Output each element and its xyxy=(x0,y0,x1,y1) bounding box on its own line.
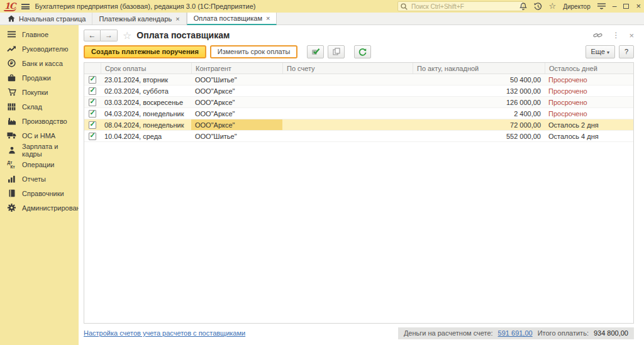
due-date-cell[interactable]: 08.04.2024, понедельник xyxy=(101,119,191,130)
invoice-cell[interactable] xyxy=(282,85,413,96)
amount-cell[interactable]: 50 400,00 xyxy=(413,74,545,85)
amount-cell[interactable]: 552 000,00 xyxy=(413,131,545,141)
set-flags-button[interactable] xyxy=(307,45,324,58)
contractor-cell[interactable]: ООО"Арксе" xyxy=(191,97,282,107)
table-row[interactable]: 08.04.2024, понедельникООО"Арксе"72 000,… xyxy=(84,119,633,131)
total-to-pay-label: Итого оплатить: xyxy=(538,329,589,337)
column-header-contractor[interactable]: Контрагент xyxy=(191,63,282,74)
invoice-cell[interactable] xyxy=(282,97,413,107)
sidebar-item-reports[interactable]: Отчеты xyxy=(0,172,79,186)
days-left-cell[interactable]: Просрочено xyxy=(545,74,633,85)
due-date-cell[interactable]: 10.04.2024, среда xyxy=(101,131,191,141)
row-checkbox[interactable] xyxy=(89,99,96,106)
tab-close-icon[interactable]: × xyxy=(175,16,179,22)
sidebar-item-operations[interactable]: ДтКтОперации xyxy=(0,157,79,172)
refresh-button[interactable] xyxy=(354,45,371,58)
functions-menu-icon[interactable] xyxy=(597,3,606,9)
tab-suppliers-payment[interactable]: Оплата поставщикам× xyxy=(187,13,277,25)
invoice-cell[interactable] xyxy=(282,108,413,119)
notifications-bell-icon[interactable] xyxy=(519,3,527,11)
amount-cell[interactable]: 132 000,00 xyxy=(413,85,545,96)
table-row[interactable]: 23.01.2024, вторникООО"Шитье"50 400,00Пр… xyxy=(84,74,633,85)
sidebar-item-main[interactable]: Главное xyxy=(0,27,79,41)
change-due-date-button[interactable]: Изменить срок оплаты xyxy=(210,45,298,58)
sidebar-item-directories[interactable]: Справочники xyxy=(0,186,79,200)
more-menu-dots-icon[interactable]: ⋮ xyxy=(612,31,619,40)
history-icon[interactable] xyxy=(534,3,542,11)
accounts-settings-link[interactable]: Настройка счетов учета расчетов с постав… xyxy=(84,329,245,337)
sidebar-item-salary[interactable]: Зарплата и кадры xyxy=(0,143,79,157)
amount-cell[interactable]: 126 000,00 xyxy=(413,97,545,107)
column-header-due[interactable]: Срок оплаты xyxy=(101,63,191,74)
table-row[interactable]: 03.03.2024, воскресеньеООО"Арксе"126 000… xyxy=(84,97,633,108)
column-header-invoice[interactable]: По счету xyxy=(282,63,413,74)
sidebar-item-assets[interactable]: ОС и НМА xyxy=(0,128,79,143)
help-button[interactable]: ? xyxy=(619,45,634,58)
due-date-cell[interactable]: 23.01.2024, вторник xyxy=(101,74,191,85)
get-link-icon[interactable] xyxy=(593,31,602,39)
contractor-cell[interactable]: ООО"Шитье" xyxy=(191,74,282,85)
add-to-favorites-star-icon[interactable]: ☆ xyxy=(123,30,131,41)
tab-home[interactable]: Начальная страница xyxy=(1,13,92,25)
row-checkbox[interactable] xyxy=(89,76,96,84)
window-restore-icon[interactable] xyxy=(623,4,629,9)
days-left-cell[interactable]: Просрочено xyxy=(545,97,633,107)
due-date-cell[interactable]: 03.03.2024, воскресенье xyxy=(101,97,191,107)
row-checkbox[interactable] xyxy=(89,121,96,129)
money-on-account-value[interactable]: 591 691,00 xyxy=(498,329,533,337)
sidebar-item-production[interactable]: Производство xyxy=(0,114,79,128)
column-header-days[interactable]: Осталось дней xyxy=(545,63,633,74)
row-checkbox[interactable] xyxy=(89,87,96,95)
sidebar-item-warehouse[interactable]: Склад xyxy=(0,99,79,114)
table-row[interactable]: 04.03.2024, понедельникООО"Арксе"2 400,0… xyxy=(84,108,633,119)
table-row[interactable]: 02.03.2024, субботаООО"Арксе"132 000,00П… xyxy=(84,85,633,97)
tab-payment-calendar[interactable]: Платежный календарь× xyxy=(92,13,186,25)
sidebar-item-label: Производство xyxy=(22,118,67,125)
sidebar-item-bank[interactable]: ₽Банк и касса xyxy=(0,56,79,70)
invoice-cell[interactable] xyxy=(282,74,413,85)
invoice-cell[interactable] xyxy=(282,131,413,141)
days-left-cell[interactable]: Просрочено xyxy=(545,85,633,96)
create-payment-orders-button[interactable]: Создать платежные поручения xyxy=(84,45,206,58)
sidebar-item-label: Операции xyxy=(22,161,54,168)
app-title: Бухгалтерия предприятия (базовая), редак… xyxy=(35,3,255,10)
tab-close-icon[interactable]: × xyxy=(266,15,270,21)
form-close-icon[interactable]: × xyxy=(629,31,634,40)
window-minimize-icon[interactable]: – xyxy=(613,4,617,9)
invoice-cell[interactable] xyxy=(282,119,413,130)
row-checkbox-cell xyxy=(84,108,101,119)
home-icon xyxy=(8,14,15,23)
sidebar-item-sales[interactable]: Продажи xyxy=(0,70,79,85)
copy-button[interactable] xyxy=(328,45,345,58)
days-left-cell[interactable]: Просрочено xyxy=(545,108,633,119)
due-date-cell[interactable]: 02.03.2024, суббота xyxy=(101,85,191,96)
nav-forward-button[interactable]: → xyxy=(101,30,118,41)
due-date-cell[interactable]: 04.03.2024, понедельник xyxy=(101,108,191,119)
favorites-star-icon[interactable]: ☆ xyxy=(549,3,557,10)
current-user[interactable]: Директор xyxy=(563,3,591,10)
contractor-cell[interactable]: ООО"Шитье" xyxy=(191,131,282,141)
contractor-cell[interactable]: ООО"Арксе" xyxy=(191,108,282,119)
column-header-amount[interactable]: По акту, накладной xyxy=(413,63,545,74)
sidebar-item-admin[interactable]: Администрирование xyxy=(0,200,79,215)
table-row[interactable]: 10.04.2024, средаООО"Шитье"552 000,00Ост… xyxy=(84,131,633,142)
contractor-cell[interactable]: ООО"Арксе" xyxy=(191,119,282,130)
days-left-cell[interactable]: Осталось 2 дня xyxy=(545,119,633,130)
sidebar-item-purchases[interactable]: Покупки xyxy=(0,85,79,99)
sidebar-item-label: ОС и НМА xyxy=(22,132,55,140)
main-menu-icon[interactable] xyxy=(21,4,30,9)
amount-cell[interactable]: 72 000,00 xyxy=(413,119,545,130)
sidebar-item-label: Главное xyxy=(22,31,48,38)
row-checkbox[interactable] xyxy=(89,133,96,140)
more-button[interactable]: Еще ▾ xyxy=(586,45,615,58)
window-close-icon[interactable]: × xyxy=(636,3,641,10)
sidebar-item-manager[interactable]: Руководителю xyxy=(0,41,79,56)
amount-cell[interactable]: 2 400,00 xyxy=(413,108,545,119)
global-search[interactable] xyxy=(397,1,523,11)
nav-back-button[interactable]: ← xyxy=(84,30,101,41)
days-left-cell[interactable]: Осталось 4 дня xyxy=(545,131,633,141)
search-input[interactable] xyxy=(410,3,520,11)
contractor-cell[interactable]: ООО"Арксе" xyxy=(191,85,282,96)
row-checkbox[interactable] xyxy=(89,110,96,118)
search-icon xyxy=(401,3,408,10)
